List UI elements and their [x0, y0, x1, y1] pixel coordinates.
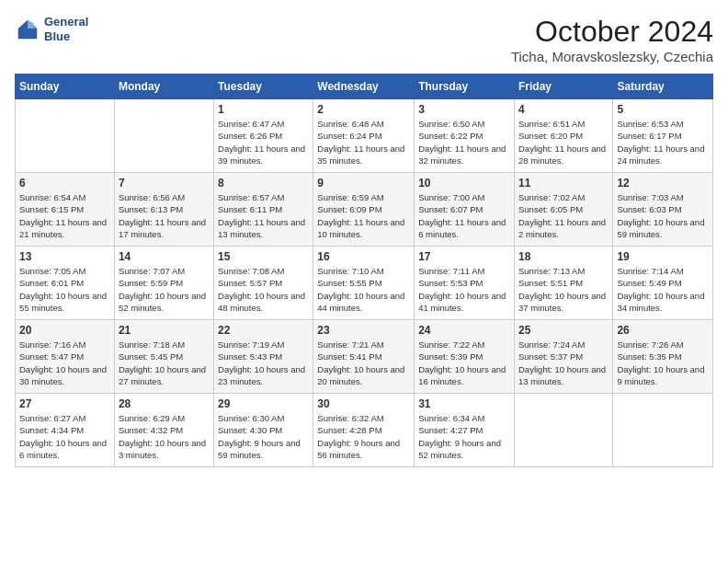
day-number: 10 — [418, 177, 510, 190]
day-number: 26 — [617, 324, 709, 337]
calendar-cell: 22Sunrise: 7:19 AM Sunset: 5:43 PM Dayli… — [214, 320, 313, 394]
day-number: 1 — [218, 103, 309, 116]
weekday-header-cell: Friday — [514, 75, 612, 99]
calendar-cell: 26Sunrise: 7:26 AM Sunset: 5:35 PM Dayli… — [613, 320, 713, 394]
calendar-cell: 5Sunrise: 6:53 AM Sunset: 6:17 PM Daylig… — [613, 99, 713, 173]
day-number: 13 — [19, 250, 110, 263]
day-info: Sunrise: 6:54 AM Sunset: 6:15 PM Dayligh… — [19, 191, 110, 240]
day-info: Sunrise: 7:03 AM Sunset: 6:03 PM Dayligh… — [617, 191, 709, 240]
calendar-cell: 1Sunrise: 6:47 AM Sunset: 6:26 PM Daylig… — [214, 99, 313, 173]
day-number: 6 — [19, 177, 110, 190]
weekday-header-cell: Monday — [114, 75, 213, 99]
calendar-week-row: 1Sunrise: 6:47 AM Sunset: 6:26 PM Daylig… — [16, 99, 713, 173]
calendar-table: SundayMondayTuesdayWednesdayThursdayFrid… — [15, 74, 713, 467]
calendar-cell: 8Sunrise: 6:57 AM Sunset: 6:11 PM Daylig… — [214, 173, 313, 247]
calendar-cell: 19Sunrise: 7:14 AM Sunset: 5:49 PM Dayli… — [613, 247, 713, 320]
day-info: Sunrise: 6:47 AM Sunset: 6:26 PM Dayligh… — [218, 118, 309, 167]
calendar-cell: 16Sunrise: 7:10 AM Sunset: 5:55 PM Dayli… — [313, 247, 415, 320]
calendar-cell: 30Sunrise: 6:32 AM Sunset: 4:28 PM Dayli… — [313, 394, 415, 467]
calendar-cell: 14Sunrise: 7:07 AM Sunset: 5:59 PM Dayli… — [114, 247, 213, 320]
calendar-cell: 31Sunrise: 6:34 AM Sunset: 4:27 PM Dayli… — [415, 394, 515, 467]
day-info: Sunrise: 6:29 AM Sunset: 4:32 PM Dayligh… — [119, 412, 210, 461]
day-info: Sunrise: 7:19 AM Sunset: 5:43 PM Dayligh… — [218, 339, 309, 387]
day-info: Sunrise: 6:30 AM Sunset: 4:30 PM Dayligh… — [218, 412, 309, 461]
day-number: 27 — [19, 397, 110, 410]
calendar-cell: 6Sunrise: 6:54 AM Sunset: 6:15 PM Daylig… — [16, 173, 115, 247]
day-number: 21 — [119, 324, 210, 337]
day-number: 14 — [119, 250, 210, 263]
day-number: 23 — [317, 324, 410, 337]
page-header: General Blue October 2024 Ticha, Moravsk… — [15, 15, 713, 64]
calendar-cell: 18Sunrise: 7:13 AM Sunset: 5:51 PM Dayli… — [514, 247, 612, 320]
day-info: Sunrise: 7:24 AM Sunset: 5:37 PM Dayligh… — [518, 339, 609, 387]
calendar-week-row: 27Sunrise: 6:27 AM Sunset: 4:34 PM Dayli… — [16, 394, 713, 467]
month-title: October 2024 — [511, 15, 713, 49]
calendar-cell — [16, 99, 115, 173]
day-info: Sunrise: 6:56 AM Sunset: 6:13 PM Dayligh… — [119, 191, 210, 240]
calendar-cell: 11Sunrise: 7:02 AM Sunset: 6:05 PM Dayli… — [514, 173, 612, 247]
day-info: Sunrise: 6:51 AM Sunset: 6:20 PM Dayligh… — [518, 118, 609, 167]
day-info: Sunrise: 6:53 AM Sunset: 6:17 PM Dayligh… — [617, 118, 709, 167]
day-number: 25 — [518, 324, 609, 337]
weekday-header-cell: Thursday — [415, 75, 515, 99]
day-number: 18 — [518, 250, 609, 263]
calendar-cell: 9Sunrise: 6:59 AM Sunset: 6:09 PM Daylig… — [313, 173, 415, 247]
location-title: Ticha, Moravskoslezsky, Czechia — [511, 49, 713, 64]
calendar-cell: 17Sunrise: 7:11 AM Sunset: 5:53 PM Dayli… — [415, 247, 515, 320]
day-number: 5 — [617, 103, 709, 116]
day-number: 24 — [418, 324, 510, 337]
day-number: 4 — [518, 103, 609, 116]
calendar-cell: 23Sunrise: 7:21 AM Sunset: 5:41 PM Dayli… — [313, 320, 415, 394]
day-info: Sunrise: 6:32 AM Sunset: 4:28 PM Dayligh… — [317, 412, 410, 461]
calendar-cell: 12Sunrise: 7:03 AM Sunset: 6:03 PM Dayli… — [613, 173, 713, 247]
logo-icon — [15, 17, 40, 42]
day-info: Sunrise: 7:16 AM Sunset: 5:47 PM Dayligh… — [19, 339, 110, 387]
calendar-cell — [613, 394, 713, 467]
day-info: Sunrise: 7:22 AM Sunset: 5:39 PM Dayligh… — [418, 339, 510, 387]
day-number: 9 — [317, 177, 410, 190]
calendar-cell: 25Sunrise: 7:24 AM Sunset: 5:37 PM Dayli… — [514, 320, 612, 394]
calendar-week-row: 6Sunrise: 6:54 AM Sunset: 6:15 PM Daylig… — [16, 173, 713, 247]
logo-text: General Blue — [44, 15, 88, 43]
day-info: Sunrise: 7:26 AM Sunset: 5:35 PM Dayligh… — [617, 339, 709, 387]
day-info: Sunrise: 7:14 AM Sunset: 5:49 PM Dayligh… — [617, 265, 709, 314]
day-info: Sunrise: 7:07 AM Sunset: 5:59 PM Dayligh… — [119, 265, 210, 314]
day-number: 16 — [317, 250, 410, 263]
day-number: 17 — [418, 250, 510, 263]
day-info: Sunrise: 6:59 AM Sunset: 6:09 PM Dayligh… — [317, 191, 410, 240]
day-number: 3 — [418, 103, 510, 116]
calendar-cell: 27Sunrise: 6:27 AM Sunset: 4:34 PM Dayli… — [16, 394, 115, 467]
calendar-cell: 3Sunrise: 6:50 AM Sunset: 6:22 PM Daylig… — [415, 99, 515, 173]
day-number: 28 — [119, 397, 210, 410]
day-number: 2 — [317, 103, 410, 116]
calendar-cell: 21Sunrise: 7:18 AM Sunset: 5:45 PM Dayli… — [114, 320, 213, 394]
calendar-cell: 7Sunrise: 6:56 AM Sunset: 6:13 PM Daylig… — [114, 173, 213, 247]
calendar-body: 1Sunrise: 6:47 AM Sunset: 6:26 PM Daylig… — [16, 99, 713, 467]
calendar-cell: 10Sunrise: 7:00 AM Sunset: 6:07 PM Dayli… — [415, 173, 515, 247]
day-info: Sunrise: 6:57 AM Sunset: 6:11 PM Dayligh… — [218, 191, 309, 240]
calendar-cell: 13Sunrise: 7:05 AM Sunset: 6:01 PM Dayli… — [16, 247, 115, 320]
day-info: Sunrise: 7:11 AM Sunset: 5:53 PM Dayligh… — [418, 265, 510, 314]
day-info: Sunrise: 6:34 AM Sunset: 4:27 PM Dayligh… — [418, 412, 510, 461]
calendar-cell: 24Sunrise: 7:22 AM Sunset: 5:39 PM Dayli… — [415, 320, 515, 394]
day-info: Sunrise: 7:10 AM Sunset: 5:55 PM Dayligh… — [317, 265, 410, 314]
day-info: Sunrise: 6:48 AM Sunset: 6:24 PM Dayligh… — [317, 118, 410, 167]
weekday-header-cell: Saturday — [613, 75, 713, 99]
day-info: Sunrise: 7:02 AM Sunset: 6:05 PM Dayligh… — [518, 191, 609, 240]
day-number: 31 — [418, 397, 510, 410]
calendar-cell: 15Sunrise: 7:08 AM Sunset: 5:57 PM Dayli… — [214, 247, 313, 320]
day-info: Sunrise: 7:13 AM Sunset: 5:51 PM Dayligh… — [518, 265, 609, 314]
calendar-cell — [114, 99, 213, 173]
weekday-header-cell: Sunday — [16, 75, 115, 99]
title-area: October 2024 Ticha, Moravskoslezsky, Cze… — [511, 15, 713, 64]
calendar-cell: 4Sunrise: 6:51 AM Sunset: 6:20 PM Daylig… — [514, 99, 612, 173]
logo: General Blue — [15, 15, 88, 43]
calendar-cell: 28Sunrise: 6:29 AM Sunset: 4:32 PM Dayli… — [114, 394, 213, 467]
day-number: 12 — [617, 177, 709, 190]
day-number: 7 — [119, 177, 210, 190]
calendar-cell: 20Sunrise: 7:16 AM Sunset: 5:47 PM Dayli… — [16, 320, 115, 394]
day-number: 30 — [317, 397, 410, 410]
day-number: 20 — [19, 324, 110, 337]
calendar-cell: 29Sunrise: 6:30 AM Sunset: 4:30 PM Dayli… — [214, 394, 313, 467]
day-number: 19 — [617, 250, 709, 263]
